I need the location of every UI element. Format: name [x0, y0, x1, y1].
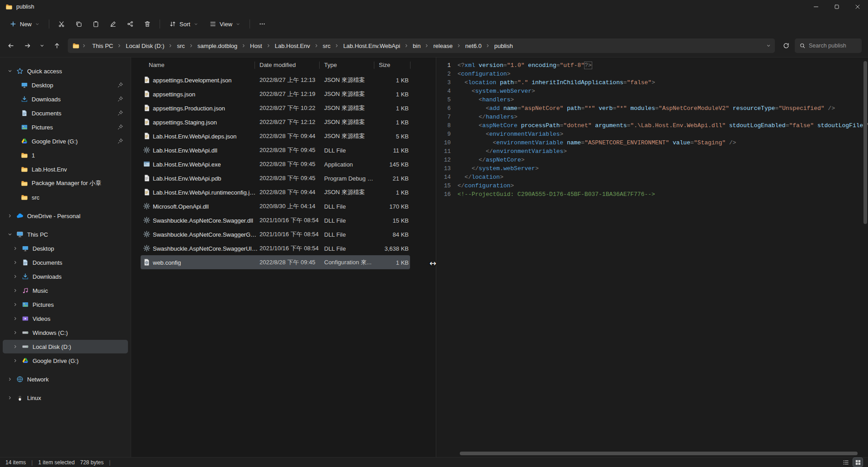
file-size-cell: 1 KB	[359, 119, 409, 125]
column-separator[interactable]	[319, 62, 320, 69]
back-button[interactable]	[3, 38, 19, 53]
sidebar-downloads-icon	[22, 273, 29, 280]
sidebar-item-music[interactable]: Music	[3, 284, 128, 297]
file-row-appsettings-production-json[interactable]: appsettings.Production.json2022/8/27 下午 …	[141, 101, 410, 115]
file-row-microsoft-openapi-dll[interactable]: Microsoft.OpenApi.dll2020/8/30 上午 04:14D…	[141, 199, 410, 213]
sidebar-section-network[interactable]: Network	[3, 372, 128, 386]
file-row-lab-host-env-webapi-exe[interactable]: Lab.Host.Env.WebApi.exe2022/8/28 下午 09:4…	[141, 157, 410, 171]
breadcrumb-segment-src[interactable]: src	[173, 41, 188, 51]
sort-button[interactable]: Sort	[164, 16, 203, 32]
column-separator[interactable]	[410, 62, 410, 69]
file-row-swashbuckle-aspnetcore-swagger-dll[interactable]: Swashbuckle.AspNetCore.Swagger.dll2021/1…	[141, 213, 410, 227]
column-header-type[interactable]: Type	[324, 62, 337, 68]
forward-button[interactable]	[19, 38, 35, 53]
sidebar-section-quick-access[interactable]: Quick access	[3, 64, 128, 78]
file-row-appsettings-json[interactable]: appsettings.json2022/8/27 上午 12:19JSON 來…	[141, 87, 410, 101]
window-folder-icon	[5, 3, 13, 10]
file-row-web-config[interactable]: web.config2022/8/28 下午 09:45Configuratio…	[141, 255, 410, 269]
breadcrumb-segment-net6-0[interactable]: net6.0	[462, 41, 485, 51]
share-button[interactable]	[122, 16, 138, 32]
breadcrumb-segment-publish[interactable]: publish	[491, 41, 516, 51]
refresh-button[interactable]	[778, 38, 794, 53]
horizontal-scroll-thumb[interactable]	[460, 452, 858, 455]
breadcrumb-segment-bin[interactable]: bin	[409, 41, 424, 51]
close-button[interactable]	[847, 0, 868, 14]
file-name-cell: Swashbuckle.AspNetCore.SwaggerUI.dll	[153, 245, 258, 252]
breadcrumb-segment-sample-dotblog[interactable]: sample.dotblog	[194, 41, 241, 51]
sidebar-item-label: Pictures	[32, 124, 53, 131]
sidebar-item-local-disk-d[interactable]: Local Disk (D:)	[3, 340, 128, 353]
cut-button[interactable]	[53, 16, 70, 32]
preview-pane: 1<?xml version="1.0" encoding="utf-8"?>2…	[436, 57, 868, 457]
recent-locations-button[interactable]	[36, 38, 48, 53]
sidebar-item-desktop[interactable]: Desktop	[3, 242, 128, 255]
address-field[interactable]: This PCLocal Disk (D:)srcsample.dotblogH…	[68, 38, 775, 53]
sidebar-item-downloads[interactable]: Downloads	[3, 270, 128, 283]
column-header-name[interactable]: Name	[149, 62, 165, 68]
address-bar: This PCLocal Disk (D:)srcsample.dotblogH…	[0, 34, 868, 57]
sidebar-item-label: Videos	[33, 315, 51, 322]
sidebar-item-documents[interactable]: Documents	[3, 256, 128, 269]
sidebar-item-google-drive-g[interactable]: Google Drive (G:)	[3, 354, 128, 367]
file-row-lab-host-env-webapi-pdb[interactable]: Lab.Host.Env.WebApi.pdb2022/8/28 下午 09:4…	[141, 171, 410, 185]
breadcrumb-segment-src[interactable]: src	[319, 41, 334, 51]
file-date-cell: 2022/8/28 下午 09:44	[259, 188, 327, 196]
file-row-appsettings-staging-json[interactable]: appsettings.Staging.json2022/8/27 下午 12:…	[141, 115, 410, 129]
breadcrumb-segment-this-pc[interactable]: This PC	[89, 41, 117, 51]
column-header-date-modified[interactable]: Date modified	[259, 62, 296, 68]
sidebar-item-desktop[interactable]: Desktop	[3, 78, 128, 92]
preview-vertical-scrollbar[interactable]	[863, 58, 867, 451]
sidebar-item-pictures[interactable]: Pictures	[3, 120, 128, 134]
sidebar-item-windows-c[interactable]: Windows (C:)	[3, 326, 128, 339]
column-separator[interactable]	[374, 62, 374, 69]
breadcrumb-segment-lab-host-env-webapi[interactable]: Lab.Host.Env.WebApi	[340, 41, 404, 51]
paste-button[interactable]	[88, 16, 104, 32]
file-name-cell: appsettings.Production.json	[153, 105, 258, 111]
sidebar-item-1[interactable]: 1	[3, 148, 128, 162]
details-view-button[interactable]	[841, 458, 850, 467]
breadcrumb-segment-lab-host-env[interactable]: Lab.Host.Env	[271, 41, 314, 51]
file-row-swashbuckle-aspnetcore-swaggergen-dll[interactable]: Swashbuckle.AspNetCore.SwaggerGen.dll202…	[141, 227, 410, 241]
more-button[interactable]	[254, 16, 270, 32]
file-row-swashbuckle-aspnetcore-swaggerui-dll[interactable]: Swashbuckle.AspNetCore.SwaggerUI.dll2021…	[141, 241, 410, 255]
file-row-lab-host-env-webapi-deps-json[interactable]: Lab.Host.Env.WebApi.deps.json2022/8/28 下…	[141, 129, 410, 143]
sidebar-item-src[interactable]: src	[3, 191, 128, 204]
sidebar: Quick accessDesktopDownloadsDocumentsPic…	[0, 57, 131, 457]
address-dropdown-icon[interactable]	[766, 43, 771, 48]
sidebar-linux-icon	[16, 394, 24, 401]
file-row-lab-host-env-webapi-dll[interactable]: Lab.Host.Env.WebApi.dll2022/8/28 下午 09:4…	[141, 143, 410, 157]
sidebar-item-label: Downloads	[32, 96, 61, 103]
minimize-button[interactable]	[806, 0, 826, 14]
preview-horizontal-scrollbar[interactable]	[436, 452, 861, 455]
sidebar-section-linux[interactable]: Linux	[3, 391, 128, 405]
sidebar-section-onedrive-personal[interactable]: OneDrive - Personal	[3, 209, 128, 223]
sidebar-item-downloads[interactable]: Downloads	[3, 92, 128, 106]
sidebar-section-this-pc[interactable]: This PC	[3, 228, 128, 241]
breadcrumb-segment-local-disk-d[interactable]: Local Disk (D:)	[122, 41, 168, 51]
new-button[interactable]: New	[5, 16, 45, 32]
file-row-lab-host-env-webapi-runtimeconfig-json[interactable]: Lab.Host.Env.WebApi.runtimeconfig.json20…	[141, 185, 410, 199]
view-button[interactable]: View	[204, 16, 245, 32]
sidebar-item-label: Google Drive (G:)	[32, 138, 78, 145]
rename-button[interactable]	[105, 16, 121, 32]
maximize-button[interactable]	[826, 0, 847, 14]
search-input[interactable]	[809, 43, 857, 49]
file-date-cell: 2022/8/28 下午 09:45	[259, 174, 327, 182]
up-button[interactable]	[49, 38, 65, 53]
delete-button[interactable]	[139, 16, 156, 32]
sidebar-item-lab-host-env[interactable]: Lab.Host.Env	[3, 162, 128, 176]
sidebar-item-pictures[interactable]: Pictures	[3, 298, 128, 311]
search-box[interactable]	[795, 38, 862, 53]
sidebar-item-documents[interactable]: Documents	[3, 106, 128, 120]
breadcrumb-segment-release[interactable]: release	[429, 41, 456, 51]
copy-button[interactable]	[71, 16, 87, 32]
column-separator[interactable]	[255, 62, 255, 69]
breadcrumb-segment-host[interactable]: Host	[246, 41, 266, 51]
vertical-scroll-thumb[interactable]	[863, 61, 867, 224]
thumbnails-view-button[interactable]	[853, 458, 863, 467]
sidebar-item-package-manager-for[interactable]: Package Manager for 小章	[3, 176, 128, 190]
sidebar-item-videos[interactable]: Videos	[3, 312, 128, 325]
sidebar-item-google-drive-g[interactable]: Google Drive (G:)	[3, 134, 128, 148]
column-header-size[interactable]: Size	[379, 62, 390, 68]
file-row-appsettings-development-json[interactable]: appsettings.Development.json2022/8/27 上午…	[141, 73, 410, 87]
